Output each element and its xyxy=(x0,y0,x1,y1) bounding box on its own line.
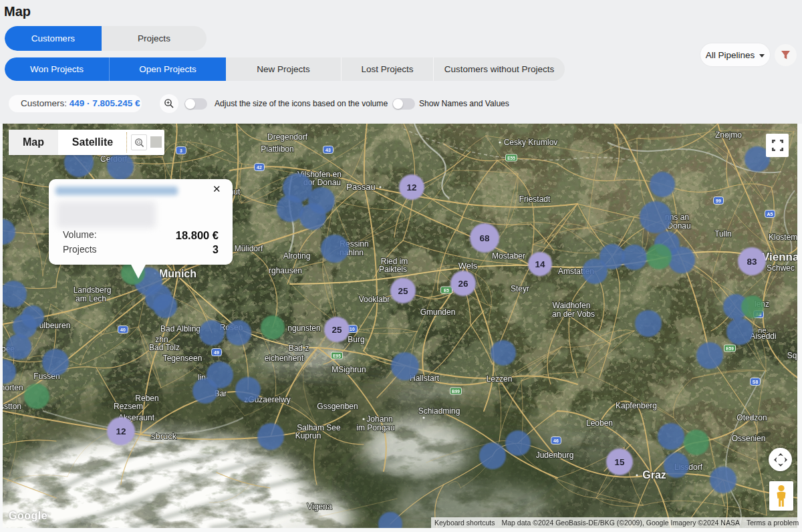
svg-text:Bad z: Bad z xyxy=(289,344,309,353)
svg-text:Mostaber: Mostaber xyxy=(492,251,525,261)
svg-text:12: 12 xyxy=(116,426,126,436)
svg-text:ngunsten: ngunsten xyxy=(287,323,320,333)
svg-text:Kapfenberg: Kapfenberg xyxy=(616,401,657,410)
svg-text:Paiktels: Paiktels xyxy=(379,265,407,274)
svg-text:Graz: Graz xyxy=(642,469,666,481)
svg-text:Alroting: Alroting xyxy=(283,251,311,261)
svg-text:40: 40 xyxy=(120,327,126,332)
svg-text:68: 68 xyxy=(479,233,490,243)
svg-text:Passau: Passau xyxy=(346,182,375,192)
svg-text:Mülidorf: Mülidorf xyxy=(235,244,263,253)
svg-text:Waidhofen: Waidhofen xyxy=(553,301,591,310)
svg-text:Aiseddi: Aiseddi xyxy=(750,331,776,341)
svg-text:A5: A5 xyxy=(767,212,773,217)
svg-text:Schwec: Schwec xyxy=(767,263,795,273)
svg-text:Schiadming: Schiadming xyxy=(418,406,460,416)
svg-text:Bad Tolz: Bad Tolz xyxy=(149,343,180,352)
svg-text:G: G xyxy=(136,139,140,145)
svg-text:sbruck: sbruck xyxy=(151,431,177,441)
svg-text:Leoben: Leoben xyxy=(586,418,613,428)
svg-text:im Pongau: im Pongau xyxy=(356,423,394,432)
svg-text:E59: E59 xyxy=(726,346,734,351)
svg-text:morten: morten xyxy=(3,383,23,392)
svg-text:49: 49 xyxy=(214,350,219,355)
svg-text:Bad Albling: Bad Albling xyxy=(160,324,200,334)
svg-text:sstton: sstton xyxy=(3,402,21,411)
svg-text:Cesky Krumlov: Cesky Krumlov xyxy=(504,138,558,147)
svg-text:46: 46 xyxy=(553,438,559,443)
svg-text:an der Vobs: an der Vobs xyxy=(552,309,595,319)
svg-text:42: 42 xyxy=(257,165,262,170)
svg-text:10: 10 xyxy=(350,327,355,331)
svg-text:rghausen: rghausen xyxy=(269,266,302,275)
svg-text:3: 3 xyxy=(180,148,182,153)
svg-text:Friestadt: Friestadt xyxy=(519,194,551,204)
svg-text:eichenhent: eichenhent xyxy=(265,354,304,363)
svg-text:Landsberg: Landsberg xyxy=(74,285,112,295)
svg-text:Steyr: Steyr xyxy=(511,284,529,293)
svg-text:Tegenseen: Tegenseen xyxy=(163,354,203,363)
svg-text:83: 83 xyxy=(747,257,757,267)
svg-text:Otedzon: Otedzon xyxy=(737,413,767,422)
svg-text:E5: E5 xyxy=(444,288,449,293)
svg-text:Gmunden: Gmunden xyxy=(420,307,456,317)
svg-text:Johann: Johann xyxy=(366,414,392,424)
svg-text:am Lech: am Lech xyxy=(76,294,106,303)
svg-text:Znojmo: Znojmo xyxy=(715,130,742,140)
svg-text:Vigena: Vigena xyxy=(307,502,331,511)
svg-text:Piattlibon: Piattlibon xyxy=(261,144,293,154)
svg-text:12: 12 xyxy=(406,182,416,192)
svg-text:26: 26 xyxy=(458,279,469,289)
svg-text:E95: E95 xyxy=(333,354,341,358)
svg-text:MSighrun: MSighrun xyxy=(331,365,366,374)
svg-text:Rezsem: Rezsem xyxy=(114,402,143,411)
svg-text:43: 43 xyxy=(325,148,331,152)
svg-text:Sq: Sq xyxy=(787,351,797,360)
svg-text:Vienna: Vienna xyxy=(762,251,797,263)
svg-text:Tulln: Tulln xyxy=(714,229,732,239)
svg-text:25: 25 xyxy=(331,325,342,335)
svg-text:S8: S8 xyxy=(753,380,759,384)
svg-text:Burg: Burg xyxy=(348,335,364,344)
svg-text:99: 99 xyxy=(716,198,721,203)
svg-text:Kuprun: Kuprun xyxy=(295,431,321,440)
svg-text:15: 15 xyxy=(614,457,625,467)
svg-text:14: 14 xyxy=(535,259,545,269)
svg-text:25: 25 xyxy=(398,286,408,296)
svg-text:ulbeuren: ulbeuren xyxy=(39,321,71,330)
svg-text:Ossenien: Ossenien xyxy=(732,434,766,443)
svg-text:Judenburg: Judenburg xyxy=(536,450,574,460)
svg-text:Lezzen: Lezzen xyxy=(487,374,513,384)
svg-text:Gssgenben: Gssgenben xyxy=(317,402,358,411)
svg-text:E55: E55 xyxy=(507,156,515,160)
svg-text:Munich: Munich xyxy=(159,268,196,279)
svg-text:Klostemeubl: Klostemeubl xyxy=(769,233,797,242)
svg-text:Donau: Donau xyxy=(667,221,690,231)
svg-text:Wels: Wels xyxy=(458,261,478,271)
svg-text:Vooklabr: Vooklabr xyxy=(359,295,390,304)
svg-text:B99: B99 xyxy=(452,389,460,394)
svg-text:Dregendorf: Dregendorf xyxy=(267,132,308,142)
